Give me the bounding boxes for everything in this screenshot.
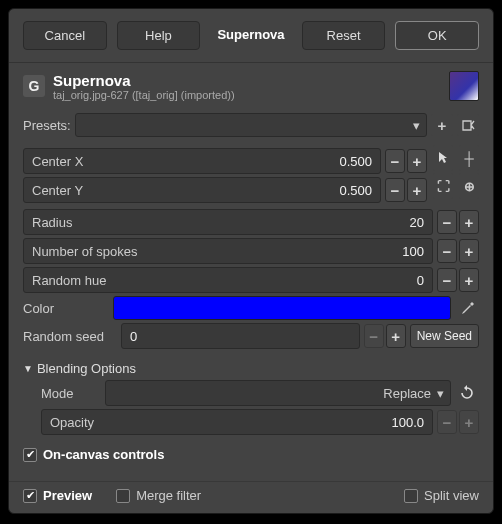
- supernova-dialog: Cancel Help Supernova Reset OK G Superno…: [8, 8, 494, 514]
- random-seed-row: Random seed 0 − + New Seed: [23, 323, 479, 349]
- manage-presets-button[interactable]: [457, 114, 479, 136]
- expander-icon: ▼: [23, 363, 33, 374]
- dialog-footer: Preview Merge filter Split view: [9, 481, 493, 513]
- center-x-row: Center X 0.500 − +: [23, 148, 427, 174]
- help-button[interactable]: Help: [117, 21, 201, 50]
- radius-increment[interactable]: +: [459, 210, 479, 234]
- chevron-down-icon: ▾: [413, 118, 420, 133]
- ok-button[interactable]: OK: [395, 21, 479, 50]
- radius-field[interactable]: Radius 20: [23, 209, 433, 235]
- image-thumbnail: [449, 71, 479, 101]
- merge-filter-label: Merge filter: [136, 488, 201, 503]
- image-name: taj_orig.jpg-627 ([taj_orig] (imported)): [53, 89, 449, 101]
- align-tools: ┼ ⊕: [459, 145, 479, 206]
- merge-filter-checkbox[interactable]: [116, 489, 130, 503]
- spokes-label: Number of spokes: [32, 244, 138, 259]
- random-hue-increment[interactable]: +: [459, 268, 479, 292]
- split-view-label: Split view: [424, 488, 479, 503]
- center-y-value: 0.500: [339, 183, 372, 198]
- chevron-down-icon: ▾: [437, 386, 444, 401]
- random-hue-decrement[interactable]: −: [437, 268, 457, 292]
- spokes-value: 100: [402, 244, 424, 259]
- center-y-field[interactable]: Center Y 0.500: [23, 177, 381, 203]
- on-canvas-row: On-canvas controls: [23, 447, 479, 462]
- preview-label: Preview: [43, 488, 92, 503]
- color-label: Color: [23, 301, 109, 316]
- color-row: Color: [23, 296, 479, 320]
- seed-decrement: −: [364, 324, 384, 348]
- eyedropper-button[interactable]: [455, 296, 479, 320]
- presets-dropdown[interactable]: ▾: [75, 113, 427, 137]
- opacity-label: Opacity: [50, 415, 94, 430]
- new-seed-button[interactable]: New Seed: [410, 324, 479, 348]
- random-hue-label: Random hue: [32, 273, 106, 288]
- center-y-row: Center Y 0.500 − +: [23, 177, 427, 203]
- pick-tools: ⛶: [433, 145, 453, 206]
- on-canvas-checkbox[interactable]: [23, 448, 37, 462]
- center-x-value: 0.500: [339, 154, 372, 169]
- swap-icon: [459, 385, 475, 401]
- dialog-button-bar: Cancel Help Supernova Reset OK: [9, 9, 493, 63]
- radius-row: Radius 20 − +: [23, 209, 479, 235]
- radius-decrement[interactable]: −: [437, 210, 457, 234]
- mode-value: Replace: [383, 386, 431, 401]
- center-x-decrement[interactable]: −: [385, 149, 405, 173]
- spokes-row: Number of spokes 100 − +: [23, 238, 479, 264]
- random-hue-row: Random hue 0 − +: [23, 267, 479, 293]
- mode-dropdown[interactable]: Replace ▾: [105, 380, 451, 406]
- seed-increment[interactable]: +: [386, 324, 406, 348]
- header-text: Supernova taj_orig.jpg-627 ([taj_orig] (…: [53, 72, 449, 101]
- crosshair-icon[interactable]: ┼: [459, 145, 479, 171]
- random-seed-label: Random seed: [23, 329, 117, 344]
- presets-row: Presets: ▾ +: [23, 113, 479, 137]
- radius-label: Radius: [32, 215, 72, 230]
- presets-label: Presets:: [23, 118, 71, 133]
- gimp-icon: G: [23, 75, 45, 97]
- mode-row: Mode Replace ▾: [41, 380, 479, 406]
- preview-checkbox[interactable]: [23, 489, 37, 503]
- center-icon[interactable]: ⊕: [459, 173, 479, 199]
- eyedropper-icon: [460, 301, 475, 316]
- color-swatch[interactable]: [113, 296, 451, 320]
- link-icon[interactable]: ⛶: [433, 173, 453, 199]
- opacity-value: 100.0: [391, 415, 424, 430]
- menu-icon: [462, 119, 475, 132]
- on-canvas-label: On-canvas controls: [43, 447, 164, 462]
- opacity-field[interactable]: Opacity 100.0: [41, 409, 433, 435]
- center-y-decrement[interactable]: −: [385, 178, 405, 202]
- split-view-checkbox[interactable]: [404, 489, 418, 503]
- blending-section-header[interactable]: ▼ Blending Options: [23, 361, 479, 376]
- center-y-increment[interactable]: +: [407, 178, 427, 202]
- random-seed-input[interactable]: 0: [121, 323, 360, 349]
- spokes-field[interactable]: Number of spokes 100: [23, 238, 433, 264]
- center-group: Center X 0.500 − + Center Y 0.500 −: [23, 145, 479, 206]
- add-preset-button[interactable]: +: [431, 114, 453, 136]
- radius-value: 20: [410, 215, 424, 230]
- dialog-body: Presets: ▾ + Center X 0.500 − +: [9, 107, 493, 481]
- spokes-increment[interactable]: +: [459, 239, 479, 263]
- mode-label: Mode: [41, 386, 101, 401]
- mode-reset-button[interactable]: [455, 381, 479, 405]
- blending-title: Blending Options: [37, 361, 136, 376]
- pointer-tool-icon[interactable]: [433, 145, 453, 171]
- filter-header: G Supernova taj_orig.jpg-627 ([taj_orig]…: [9, 63, 493, 107]
- center-x-increment[interactable]: +: [407, 149, 427, 173]
- center-y-label: Center Y: [32, 183, 83, 198]
- random-hue-field[interactable]: Random hue 0: [23, 267, 433, 293]
- dialog-title: Supernova: [210, 21, 292, 50]
- random-hue-value: 0: [417, 273, 424, 288]
- spokes-decrement[interactable]: −: [437, 239, 457, 263]
- center-x-field[interactable]: Center X 0.500: [23, 148, 381, 174]
- reset-button[interactable]: Reset: [302, 21, 386, 50]
- center-x-label: Center X: [32, 154, 83, 169]
- cancel-button[interactable]: Cancel: [23, 21, 107, 50]
- opacity-row: Opacity 100.0 − +: [41, 409, 479, 435]
- filter-name: Supernova: [53, 72, 449, 89]
- opacity-decrement: −: [437, 410, 457, 434]
- opacity-increment: +: [459, 410, 479, 434]
- random-seed-value: 0: [130, 329, 137, 344]
